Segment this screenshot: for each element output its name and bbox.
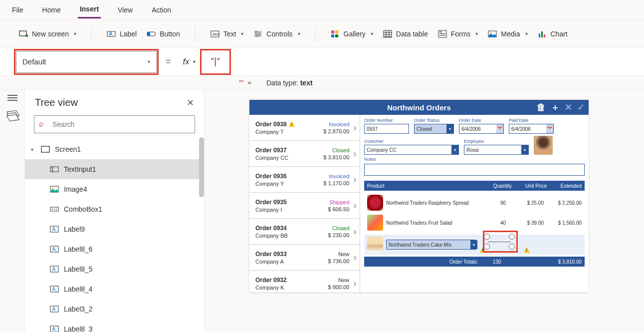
order-number-input[interactable]: 0937 xyxy=(364,124,409,134)
tree-view-icon[interactable] xyxy=(7,111,18,121)
tree-item[interactable]: Label9 xyxy=(25,219,204,239)
data-table-button[interactable]: Data table xyxy=(380,27,431,40)
chevron-right-icon: › xyxy=(353,200,357,211)
order-row[interactable]: Order 0937Company CCClosed$ 3,810.00› xyxy=(249,141,360,167)
chevron-down-icon: ▾ xyxy=(298,31,300,36)
order-row[interactable]: Order 0934Company BBClosed$ 230.00› xyxy=(249,219,360,245)
svg-rect-3 xyxy=(147,32,150,36)
tree-item[interactable]: Label3_2 xyxy=(25,299,204,319)
checkmark-icon[interactable]: ✓ xyxy=(577,102,585,113)
product-combobox[interactable]: Northwind Traders Cake Mix▾ xyxy=(386,240,476,250)
property-selector[interactable]: Default ▾ xyxy=(16,51,157,73)
plus-icon[interactable]: ＋ xyxy=(551,101,560,113)
control-icon xyxy=(50,286,59,293)
scrollbar[interactable] xyxy=(199,137,204,197)
formula-input[interactable]: "" xyxy=(202,51,229,73)
tree-item[interactable]: Label8_5 xyxy=(25,259,204,279)
product-row[interactable]: Northwind Traders Raspberry Spread90$ 25… xyxy=(364,193,585,213)
text-label: Text xyxy=(223,30,236,38)
canvas[interactable]: Northwind Orders 🗑 ＋ ✕ ✓ Order 0938Compa… xyxy=(205,90,644,332)
warning-icon xyxy=(480,247,486,253)
tree-item-screen1[interactable]: ▾ Screen1 xyxy=(25,139,204,159)
chevron-right-icon: › xyxy=(353,226,357,237)
close-icon[interactable]: ✕ xyxy=(187,97,194,108)
gallery-label: Gallery xyxy=(344,30,366,38)
tree-item[interactable]: Label8_4 xyxy=(25,279,204,299)
tree-item[interactable]: ComboBox1 xyxy=(25,199,204,219)
button-label: Button xyxy=(160,30,180,38)
gallery-button[interactable]: Gallery ▾ xyxy=(328,27,376,40)
cancel-icon[interactable]: ✕ xyxy=(565,102,572,113)
chevron-right-icon: › xyxy=(353,174,357,185)
controls-icon xyxy=(253,29,262,38)
svg-rect-20 xyxy=(539,33,540,37)
order-date-input[interactable]: 6/4/2006📅 xyxy=(459,124,504,134)
forms-button[interactable]: Forms ▾ xyxy=(435,27,481,40)
svg-rect-0 xyxy=(19,31,26,36)
menu-file[interactable]: File xyxy=(10,2,25,18)
table-icon xyxy=(383,29,392,38)
search-input[interactable] xyxy=(34,115,195,133)
trash-icon[interactable]: 🗑 xyxy=(537,102,546,113)
menu-insert[interactable]: Insert xyxy=(78,1,101,18)
screen-icon xyxy=(19,29,28,38)
formula-text: "" xyxy=(210,57,220,66)
menu-view[interactable]: View xyxy=(116,2,135,18)
tree-label: Label9 xyxy=(64,225,85,233)
customer-select[interactable]: Company CC▾ xyxy=(364,145,459,155)
paid-date-input[interactable]: 6/4/2006📅 xyxy=(509,124,554,134)
chevron-down-icon: ▾ xyxy=(446,124,453,133)
chevron-down-icon: ▾ xyxy=(470,240,477,249)
forms-label: Forms xyxy=(451,30,471,38)
control-icon xyxy=(50,226,59,233)
tree-item[interactable]: Label8_6 xyxy=(25,239,204,259)
search-icon: ⌕ xyxy=(39,119,44,128)
employee-avatar xyxy=(534,136,553,155)
notes-input[interactable] xyxy=(364,164,585,176)
chevron-down-icon: ▾ xyxy=(193,59,195,64)
datatype-info: Data type: text xyxy=(257,79,313,87)
chart-button[interactable]: Chart xyxy=(535,27,571,40)
warning-icon xyxy=(524,247,530,253)
media-button[interactable]: Media ▾ xyxy=(485,27,530,40)
chevron-down-icon: ▾ xyxy=(241,31,243,36)
tree-label: Image4 xyxy=(64,185,87,193)
text-button[interactable]: Abc Text ▾ xyxy=(208,27,247,40)
employee-select[interactable]: Rossi▾ xyxy=(464,145,529,155)
formula-input-extended[interactable] xyxy=(233,51,641,73)
button-button[interactable]: Button xyxy=(144,27,183,40)
controls-button[interactable]: Controls ▾ xyxy=(250,27,303,40)
equals-sign: = xyxy=(166,56,171,67)
tree-item[interactable]: Label8_3 xyxy=(25,319,204,332)
order-row[interactable]: Order 0935Company IShipped$ 606.50› xyxy=(249,193,360,219)
order-row[interactable]: Order 0932Company KNew$ 800.00› xyxy=(249,271,360,292)
product-row[interactable]: Northwind Traders Fruit Salad40$ 39.00$ … xyxy=(364,213,585,233)
chevron-right-icon: › xyxy=(353,252,357,263)
new-screen-button[interactable]: New screen ▾ xyxy=(16,27,79,40)
svg-point-6 xyxy=(255,31,257,33)
svg-rect-17 xyxy=(439,35,445,35)
chart-label: Chart xyxy=(551,30,568,38)
data-table-label: Data table xyxy=(396,30,428,38)
selection-handles[interactable] xyxy=(484,234,515,250)
media-label: Media xyxy=(501,30,520,38)
orders-gallery[interactable]: Order 0938Company TInvoiced$ 2,870.00›Or… xyxy=(249,115,360,292)
order-row[interactable]: Order 0936Company YInvoiced$ 1,170.00› xyxy=(249,167,360,193)
svg-rect-23 xyxy=(41,146,49,152)
tree-item[interactable]: Image4 xyxy=(25,179,204,199)
warning-icon xyxy=(289,121,295,127)
new-product-row: Northwind Traders Cake Mix▾ xyxy=(364,235,585,255)
menu-action[interactable]: Action xyxy=(150,2,173,18)
order-status-select[interactable]: Closed▾ xyxy=(414,124,454,134)
product-image xyxy=(367,215,383,231)
controls-label: Controls xyxy=(266,30,292,38)
svg-rect-1 xyxy=(107,31,115,36)
order-row[interactable]: Order 0938Company TInvoiced$ 2,870.00› xyxy=(249,115,360,141)
order-row[interactable]: Order 0933Company ANew$ 736.00› xyxy=(249,245,360,271)
tree-item[interactable]: TextInput1 xyxy=(25,159,204,179)
hamburger-icon[interactable] xyxy=(7,95,17,103)
left-rail xyxy=(0,90,25,332)
label-button[interactable]: Label xyxy=(104,27,140,40)
fx-button[interactable]: fx ▾ xyxy=(180,57,198,67)
menu-home[interactable]: Home xyxy=(40,2,63,18)
